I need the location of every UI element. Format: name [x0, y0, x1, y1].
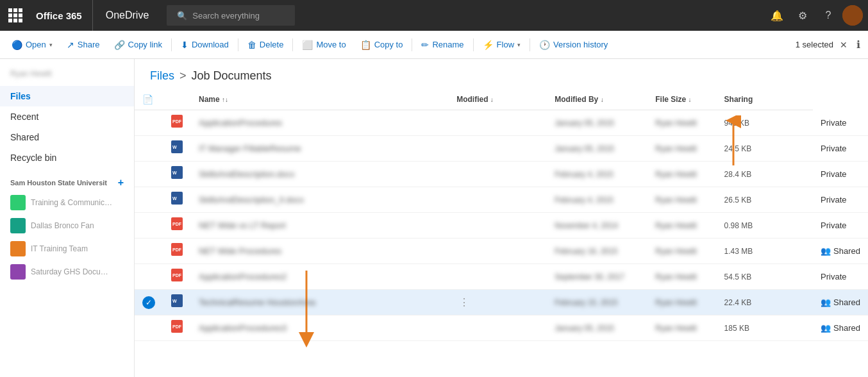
add-group-button[interactable]: +	[118, 177, 124, 188]
pdf-icon: PDF	[171, 246, 183, 259]
sidebar-item-recent[interactable]: Recent	[0, 106, 134, 127]
sidebar-item-shared[interactable]: Shared	[0, 127, 134, 147]
th-modified[interactable]: Modified ↓	[449, 89, 547, 110]
flow-button[interactable]: ⚡ Flow ▾	[476, 36, 527, 54]
settings-button[interactable]: ⚙	[791, 4, 814, 27]
file-name-cell[interactable]: ApplicationProcedures	[191, 110, 449, 136]
th-name[interactable]: Name ↑↓	[191, 89, 449, 110]
help-button[interactable]: ?	[817, 4, 840, 27]
file-name-cell[interactable]: SkillsAndDescription_II.docx	[191, 187, 449, 213]
moveto-button[interactable]: ⬜ Move to	[296, 36, 352, 54]
download-button[interactable]: ⬇ Download	[174, 36, 235, 54]
avatar[interactable]	[842, 5, 863, 26]
file-name: NET Wide Procedures	[199, 246, 281, 256]
shared-icon: 👥	[821, 323, 831, 333]
table-row[interactable]: WSkillsAndDescription_II.docxFebruary 4,…	[135, 187, 868, 213]
row-empty	[449, 213, 547, 239]
sidebar-group-dallas[interactable]: Dallas Bronco Fan	[0, 214, 134, 237]
sidebar-item-files[interactable]: Files	[0, 86, 134, 106]
row-checkbox[interactable]	[135, 110, 163, 136]
file-size: 54.5 KB	[724, 272, 752, 281]
breadcrumb-parent[interactable]: Files	[150, 69, 174, 83]
search-bar[interactable]: 🔍 Search everything	[167, 5, 295, 26]
file-name-cell[interactable]: NET Wide vs LT Report	[191, 213, 449, 239]
app-name: OneDrive	[93, 10, 162, 21]
row-empty	[449, 239, 547, 264]
row-checkbox[interactable]	[135, 264, 163, 290]
delete-button[interactable]: 🗑 Delete	[241, 36, 290, 54]
row-dots-button[interactable]: ⋮	[449, 290, 547, 315]
moveto-icon: ⬜	[302, 40, 313, 50]
row-checkbox[interactable]	[135, 187, 163, 213]
row-checkbox[interactable]	[135, 136, 163, 162]
row-empty	[449, 264, 547, 290]
versionhistory-button[interactable]: 🕐 Version history	[533, 36, 614, 54]
file-name-cell[interactable]: ApplicationProcedures3	[191, 315, 449, 341]
row-checkbox[interactable]	[135, 315, 163, 341]
table-row[interactable]: PDFNET Wide vs LT ReportNovember 4, 2014…	[135, 213, 868, 239]
file-name-cell[interactable]: TechnicalResume HoustonArea	[191, 290, 449, 315]
table-row[interactable]: WIT Manager FillableResumeJanuary 05, 20…	[135, 136, 868, 162]
copyto-button[interactable]: 📋 Copy to	[354, 36, 410, 54]
file-type-cell: W	[163, 290, 191, 315]
file-sharing-cell: Private	[813, 162, 868, 187]
table-row[interactable]: PDFApplicationProcedures3January 05, 201…	[135, 315, 868, 341]
pdf-icon: PDF	[171, 272, 183, 285]
file-name-cell[interactable]: ApplicationProcedures2	[191, 264, 449, 290]
more-options-icon[interactable]: ⋮	[456, 297, 472, 308]
table-row[interactable]: WSkillsAndDescription.docxFebruary 4, 20…	[135, 162, 868, 187]
th-size[interactable]: File Size ↓	[647, 89, 716, 110]
sidebar-item-recycle[interactable]: Recycle bin	[0, 147, 134, 168]
file-modified: February 16, 2015	[555, 247, 617, 256]
row-checkbox[interactable]	[135, 239, 163, 264]
file-sharing-cell: Private	[813, 136, 868, 162]
file-modified: January 05, 2015	[555, 119, 614, 128]
sidebar-group-saturday[interactable]: Saturday GHS Documents	[0, 260, 134, 283]
main-content: Files > Job Documents 📄 Name ↑↓ Modified	[135, 59, 868, 377]
row-checkbox[interactable]: ✓	[135, 290, 163, 315]
separator-1	[171, 38, 172, 51]
breadcrumb-current: Job Documents	[192, 69, 272, 83]
row-checkbox[interactable]	[135, 162, 163, 187]
info-button[interactable]: ℹ	[854, 36, 863, 53]
file-modified-cell: November 4, 2014	[547, 213, 647, 239]
download-icon: ⬇	[181, 40, 188, 50]
file-size-cell: 26.5 KB	[717, 187, 813, 213]
file-modified-cell: January 05, 2015	[547, 136, 647, 162]
pdf-icon: PDF	[171, 323, 183, 336]
open-button[interactable]: 🔵 Open ▾	[5, 36, 59, 54]
file-size: 185 KB	[724, 324, 749, 333]
file-name: SkillsAndDescription.docx	[199, 169, 295, 179]
table-row[interactable]: PDFApplicationProceduresJanuary 05, 2015…	[135, 110, 868, 136]
file-type-cell: PDF	[163, 315, 191, 341]
delete-label: Delete	[260, 40, 284, 49]
separator-6	[530, 38, 530, 51]
svg-text:W: W	[172, 299, 177, 303]
table-row[interactable]: ✓WTechnicalResume HoustonArea⋮February 1…	[135, 290, 868, 315]
notifications-button[interactable]: 🔔	[765, 4, 789, 27]
svg-text:W: W	[172, 196, 177, 201]
sidebar-group-it[interactable]: IT Training Team	[0, 237, 134, 260]
copylink-button[interactable]: 🔗 Copy link	[108, 36, 169, 54]
th-modby[interactable]: Modified By ↓	[547, 89, 647, 110]
sharing-private: Private	[821, 118, 846, 128]
close-selection-button[interactable]: ✕	[837, 37, 850, 53]
table-row[interactable]: PDFApplicationProcedures2September 30, 2…	[135, 264, 868, 290]
file-name-cell[interactable]: SkillsAndDescription.docx	[191, 162, 449, 187]
row-empty	[449, 136, 547, 162]
waffle-icon	[8, 8, 22, 22]
file-sharing-cell: Private	[813, 187, 868, 213]
sidebar-group-training[interactable]: Training & Communication...	[0, 191, 134, 214]
rename-button[interactable]: ✏ Rename	[415, 36, 470, 54]
share-button[interactable]: ↗ Share	[60, 36, 106, 54]
table-row[interactable]: PDFNET Wide ProceduresFebruary 16, 2015R…	[135, 239, 868, 264]
file-modby: Ryan Hewitt	[655, 144, 697, 153]
file-name-cell[interactable]: IT Manager FillableResume	[191, 136, 449, 162]
file-name-cell[interactable]: NET Wide Procedures	[191, 239, 449, 264]
file-size-cell: 22.4 KB	[717, 290, 813, 315]
selected-label: 1 selected	[796, 40, 833, 49]
waffle-button[interactable]	[0, 0, 31, 31]
file-modby: Ryan Hewitt	[655, 272, 697, 281]
selected-count: 1 selected ✕ ℹ	[796, 36, 863, 53]
row-checkbox[interactable]	[135, 213, 163, 239]
